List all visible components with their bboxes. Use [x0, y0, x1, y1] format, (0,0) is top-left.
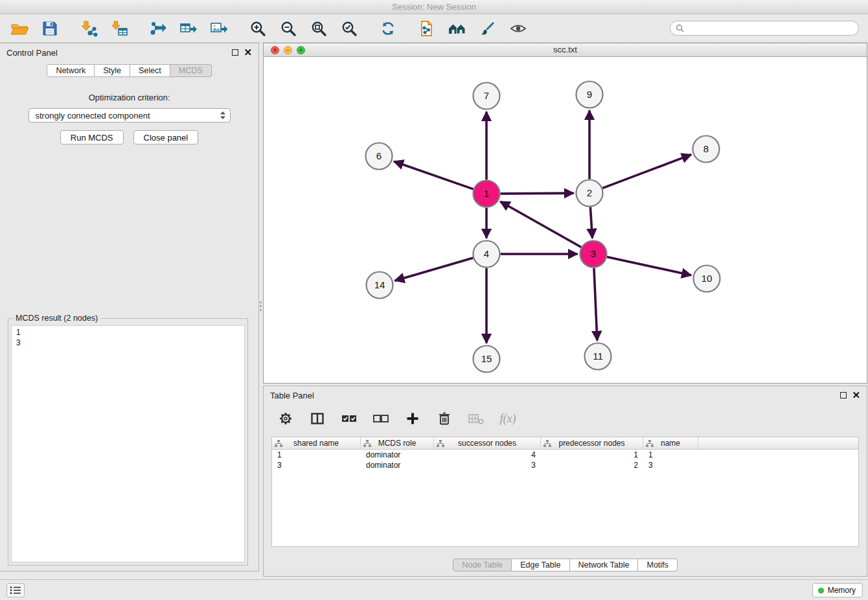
window-titlebar[interactable]: Session: New Session: [0, 0, 868, 14]
zoom-selected-button[interactable]: [339, 18, 360, 39]
search-box[interactable]: [670, 21, 859, 36]
show-columns-button[interactable]: [307, 408, 328, 429]
tab-node-table[interactable]: Node Table: [453, 559, 512, 571]
table-cell[interactable]: 4: [434, 450, 541, 459]
graph-edge-4-14[interactable]: [395, 258, 474, 281]
graph-edge-1-2[interactable]: [500, 193, 573, 194]
table-cell[interactable]: dominator: [361, 461, 434, 470]
column-header-mcds-role[interactable]: MCDS role: [361, 437, 434, 449]
column-header-shared-name[interactable]: shared name: [272, 437, 361, 449]
tab-motifs[interactable]: Motifs: [638, 559, 677, 571]
table-cell[interactable]: 1: [541, 450, 643, 459]
zoom-in-button[interactable]: [247, 18, 268, 39]
export-table-button[interactable]: [178, 18, 199, 39]
delete-button[interactable]: [434, 408, 455, 429]
close-table-panel-icon[interactable]: ✕: [852, 392, 860, 398]
graph-node-label: 3: [591, 248, 596, 259]
layout-group: [378, 18, 398, 39]
tab-mcds[interactable]: MCDS: [170, 64, 212, 77]
export-network-button[interactable]: [148, 18, 168, 39]
control-panel-header: Control Panel ✕: [0, 43, 258, 62]
column-header-successor-nodes[interactable]: successor nodes: [434, 437, 541, 449]
zoom-out-button[interactable]: [278, 18, 299, 39]
clone-network-button[interactable]: [417, 18, 437, 39]
tab-style[interactable]: Style: [95, 64, 130, 77]
panel-splitter[interactable]: [259, 297, 262, 315]
table-settings-button[interactable]: [275, 408, 296, 429]
graph-edge-2-3[interactable]: [590, 207, 592, 238]
network-window-title: scc.txt: [553, 45, 577, 54]
memory-label: Memory: [828, 586, 856, 595]
search-input[interactable]: [687, 24, 853, 33]
close-panel-icon[interactable]: ✕: [244, 49, 252, 56]
network-graph-svg[interactable]: 7968124314101511: [264, 57, 867, 384]
delete-column-button[interactable]: [466, 408, 486, 429]
column-header-name[interactable]: name: [643, 437, 698, 449]
table-cell[interactable]: 3: [643, 461, 698, 470]
float-panel-icon[interactable]: [232, 49, 238, 56]
show-hide-button[interactable]: [508, 18, 529, 39]
result-line: 3: [16, 338, 240, 348]
add-column-button[interactable]: [402, 408, 423, 429]
tab-network[interactable]: Network: [47, 64, 95, 77]
network-window-titlebar[interactable]: × − + scc.txt: [264, 43, 867, 57]
open-folder-icon: [10, 20, 29, 37]
float-table-panel-icon[interactable]: [840, 392, 847, 398]
save-session-button[interactable]: [40, 18, 60, 39]
table-cell[interactable]: 2: [541, 461, 643, 470]
run-mcds-button[interactable]: Run MCDS: [60, 130, 124, 144]
tab-network-table[interactable]: Network Table: [570, 559, 639, 571]
save-icon: [41, 20, 58, 37]
minimize-window-icon[interactable]: −: [284, 46, 292, 54]
status-bar: Memory: [0, 579, 868, 600]
table-cell[interactable]: 1: [272, 450, 361, 459]
import-table-icon: [110, 20, 128, 37]
search-icon: [676, 24, 684, 32]
mcds-result-list[interactable]: 13: [11, 325, 245, 562]
table-panel: Table Panel ✕: [263, 386, 867, 577]
close-window-icon[interactable]: ×: [271, 46, 279, 54]
export-group: [148, 18, 229, 39]
import-network-button[interactable]: [78, 18, 99, 39]
table-cell[interactable]: 3: [434, 461, 541, 470]
maximize-window-icon[interactable]: +: [297, 46, 305, 54]
group-nodes-button[interactable]: [447, 18, 468, 39]
node-table: shared nameMCDS rolesuccessor nodesprede…: [271, 437, 859, 547]
table-row[interactable]: 1dominator411: [272, 450, 858, 460]
graph-edge-3-1[interactable]: [500, 202, 581, 247]
tab-edge-table[interactable]: Edge Table: [512, 559, 569, 571]
memory-status-icon: [818, 588, 824, 594]
function-builder-button[interactable]: f(x): [497, 408, 518, 429]
graph-node-label: 7: [484, 90, 489, 101]
apply-layout-button[interactable]: [378, 18, 398, 39]
deselect-all-button[interactable]: [371, 408, 391, 429]
network-canvas[interactable]: 7968124314101511: [264, 57, 867, 383]
column-header-predecessor-nodes[interactable]: predecessor nodes: [541, 437, 643, 449]
select-all-icon: [341, 411, 358, 426]
close-panel-button[interactable]: Close panel: [133, 130, 199, 144]
select-all-button[interactable]: [339, 408, 360, 429]
table-cell[interactable]: dominator: [361, 450, 434, 459]
graph-edge-2-8[interactable]: [602, 155, 691, 189]
optimization-select[interactable]: strongly connected component: [29, 108, 231, 122]
import-table-button[interactable]: [109, 18, 130, 39]
task-history-button[interactable]: [6, 583, 25, 597]
apply-style-button[interactable]: [477, 18, 498, 39]
table-cell[interactable]: 1: [643, 450, 698, 459]
panel-title: Table Panel: [270, 391, 314, 400]
graph-edge-3-10[interactable]: [607, 257, 691, 275]
table-row[interactable]: 3dominator323: [272, 460, 858, 470]
tab-select[interactable]: Select: [130, 64, 170, 77]
zoom-in-icon: [249, 20, 266, 37]
delete-column-icon: [468, 411, 485, 426]
export-image-button[interactable]: [209, 18, 229, 39]
zoom-out-icon: [280, 20, 297, 37]
misc-group: [417, 18, 529, 39]
memory-button[interactable]: Memory: [812, 583, 863, 597]
table-cell[interactable]: 3: [272, 461, 361, 470]
zoom-fit-button[interactable]: [308, 18, 329, 39]
graph-edge-1-6[interactable]: [394, 161, 474, 189]
open-session-button[interactable]: [9, 18, 30, 39]
graph-edge-3-11[interactable]: [594, 268, 597, 340]
graph-node-label: 10: [702, 273, 713, 284]
